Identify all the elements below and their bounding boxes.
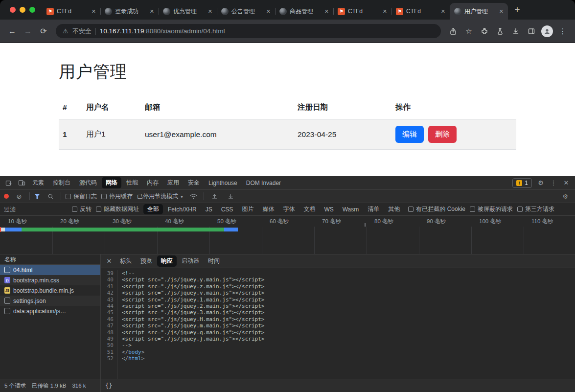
requests-count[interactable]: 5 个请求 [4,382,26,390]
timeline-gridline [262,227,262,254]
detail-tab[interactable]: 时间 [204,255,224,267]
browser-tab[interactable]: 登录成功✕ [100,3,159,20]
detail-tab[interactable]: 预览 [137,255,156,267]
filter-input[interactable] [4,206,68,213]
tab-close-icon[interactable]: ✕ [208,8,212,15]
devtools-close-icon[interactable]: ✕ [560,178,572,188]
inspect-element-icon[interactable] [3,178,15,188]
address-bar[interactable]: ⚠ 不安全 10.167.111.119:8080/xiaomi/admin/0… [56,24,441,38]
record-network-log-button[interactable] [4,194,9,199]
filter-chip[interactable]: 媒体 [258,204,278,214]
request-row[interactable]: 04.html [0,265,100,275]
code-line: <script src="./js/jquey.}.main.js"></scr… [122,336,575,342]
browser-tab[interactable]: 公告管理✕ [217,3,275,20]
filter-chip[interactable]: Fetch/XHR [164,205,201,214]
detail-tab[interactable]: 标头 [116,255,136,267]
tab-close-icon[interactable]: ✕ [499,8,504,15]
filter-chip[interactable]: 图片 [238,204,257,214]
preserve-log-checkbox[interactable]: 保留日志 [66,192,97,201]
flask-extension-icon[interactable] [493,24,507,39]
delete-button[interactable]: 删除 [428,126,457,143]
devtools-tab[interactable]: 源代码 [75,177,101,188]
devtools-tab[interactable]: 元素 [28,177,48,188]
devtools-tab[interactable]: 内存 [143,177,162,188]
request-row[interactable]: data:application/js… [0,306,100,316]
export-har-icon[interactable] [225,191,236,202]
browser-tab[interactable]: ⚑CTFd✕ [42,3,100,20]
devtools-tab[interactable]: 网络 [102,177,121,188]
back-icon[interactable]: ← [5,24,20,39]
filter-chip[interactable]: CSS [217,205,237,214]
minimize-window-button[interactable] [20,7,25,13]
response-source-view[interactable]: 3940414243444546474849505152 <!--<script… [101,268,575,379]
third-party-label: 第三方请求 [525,205,554,213]
close-window-button[interactable] [10,7,16,13]
devtools-tab[interactable]: DOM Invader [242,178,285,188]
filter-chip[interactable]: 清单 [364,204,383,214]
throttling-dropdown[interactable]: 已停用节流模式▾ [137,192,183,201]
network-conditions-icon[interactable] [187,191,199,202]
devtools-tab[interactable]: 控制台 [49,177,74,188]
downloads-icon[interactable] [508,24,523,39]
clear-network-log-icon[interactable]: ⊘ [13,191,25,202]
detail-tab[interactable]: 响应 [157,255,177,267]
browser-tab[interactable]: ⚑CTFd✕ [333,3,391,20]
filter-chip[interactable]: WS [320,205,337,214]
tab-close-icon[interactable]: ✕ [92,8,96,15]
not-secure-icon: ⚠ [63,27,69,35]
tab-close-icon[interactable]: ✕ [441,8,445,15]
forward-icon[interactable]: → [21,24,35,39]
browser-tab[interactable]: 优惠管理✕ [159,3,217,20]
issues-button[interactable]: ! 1 [512,178,532,188]
filter-chip[interactable]: Wasm [339,205,363,214]
blocked-requests-checkbox[interactable]: 被屏蔽的请求 [470,205,513,213]
blocked-cookies-checkbox[interactable]: 有已拦截的 Cookie [408,205,465,213]
browser-tab[interactable]: 商品管理✕ [275,3,333,20]
filter-chip[interactable]: 全部 [143,204,163,214]
request-row[interactable]: settings.json [0,296,100,306]
network-overview-timeline[interactable]: 10 毫秒20 毫秒30 毫秒40 毫秒50 毫秒60 毫秒70 毫秒80 毫秒… [0,216,575,254]
tab-close-icon[interactable]: ✕ [150,8,154,15]
device-toolbar-icon[interactable] [16,178,27,188]
tab-close-icon[interactable]: ✕ [324,8,329,15]
devtools-menu-kebab-icon[interactable]: ⋮ [548,178,559,188]
requests-name-column-header[interactable]: 名称 [0,254,100,265]
profile-avatar[interactable] [540,24,554,39]
devtools-settings-gear-icon[interactable]: ⚙ [535,178,547,188]
invert-filter-checkbox[interactable]: 反转 [72,205,92,213]
maximize-window-button[interactable] [29,7,35,13]
tab-close-icon[interactable]: ✕ [266,8,271,15]
filter-chip[interactable]: 字体 [279,204,299,214]
bookmark-star-icon[interactable]: ☆ [461,24,476,39]
filter-chip[interactable]: 其他 [384,204,404,214]
filter-funnel-icon[interactable] [34,194,40,199]
browser-tab[interactable]: ⚑CTFd✕ [391,3,450,20]
browser-tab[interactable]: 用户管理✕ [450,3,508,20]
import-har-icon[interactable] [208,191,220,202]
detail-tab[interactable]: 启动器 [178,255,203,267]
devtools-tab[interactable]: 安全 [184,177,204,188]
network-settings-gear-icon[interactable]: ⚙ [559,191,571,202]
devtools-tab[interactable]: 应用 [163,177,183,188]
new-tab-button[interactable]: + [510,2,525,17]
share-icon[interactable] [446,24,460,39]
devtools-tab[interactable]: Lighthouse [205,178,241,188]
search-icon[interactable] [45,191,56,202]
disable-cache-checkbox[interactable]: 停用缓存 [101,192,133,201]
close-detail-icon[interactable]: ✕ [103,256,115,267]
request-row[interactable]: JSbootstrap.bundle.min.js [0,285,100,296]
code-line: --> [122,342,575,348]
filter-chip[interactable]: 文档 [299,204,319,214]
request-row[interactable]: {}bootstrap.min.css [0,275,100,285]
hide-data-urls-checkbox[interactable]: 隐藏数据网址 [96,205,139,213]
filter-chip[interactable]: JS [202,205,216,214]
side-panel-icon[interactable] [524,24,539,39]
format-response-button[interactable]: {} [105,382,112,389]
tab-close-icon[interactable]: ✕ [383,8,387,15]
browser-menu-kebab-icon[interactable]: ⋮ [555,24,570,39]
reload-icon[interactable]: ⟳ [36,24,51,39]
third-party-checkbox[interactable]: 第三方请求 [517,205,554,213]
edit-button[interactable]: 编辑 [395,126,424,143]
devtools-tab[interactable]: 性能 [122,177,142,188]
extensions-puzzle-icon[interactable] [477,24,492,39]
